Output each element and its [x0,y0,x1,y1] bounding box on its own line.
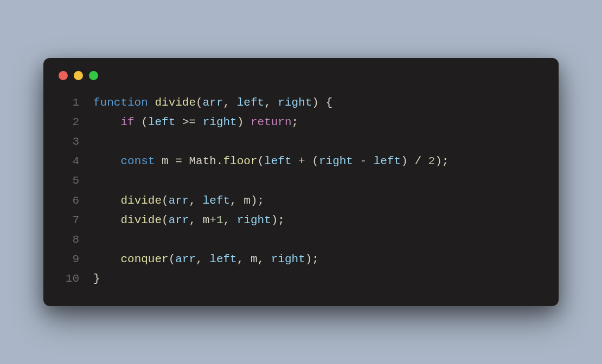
code-content: const m = Math.floor(left + (right - lef… [93,152,449,171]
code-token: 1 [216,214,223,226]
code-token: , m); [230,194,264,207]
code-token: floor [223,155,257,167]
code-token: left [264,155,291,167]
code-token: ); [435,155,449,167]
code-token: } [93,272,100,285]
code-token: ) / [401,155,428,167]
code-token: ); [305,253,319,265]
code-token: , [196,253,209,265]
code-token: ( [162,214,169,226]
code-line: 5 [59,171,543,191]
code-token: divide [120,194,162,207]
code-line: 3 [59,132,543,152]
code-token: left [203,194,230,207]
code-token: , m, [237,253,271,265]
line-number: 4 [59,152,79,171]
code-token: ( [135,116,148,128]
code-token [93,253,120,265]
code-token: ( [169,253,176,265]
line-number: 5 [59,171,79,191]
code-token [93,116,120,128]
code-token [93,194,120,207]
code-token: m = Math. [155,155,223,167]
code-content: conquer(arr, left, m, right); [93,250,319,269]
code-token: + ( [292,155,319,167]
close-icon[interactable] [59,71,68,80]
code-token: left [148,116,175,128]
code-content: divide(arr, left, m); [93,191,264,211]
code-window: 1function divide(arr, left, right) {2 if… [43,58,559,306]
code-token: ( [257,155,264,167]
code-token: - [353,155,374,167]
zoom-icon[interactable] [89,71,98,80]
code-content: } [93,269,100,289]
code-content: if (left >= right) return; [93,113,298,132]
code-token: ) [237,116,251,128]
code-token: 2 [428,155,436,167]
line-number: 10 [59,269,79,289]
code-token: return [251,116,292,128]
line-number: 7 [59,211,79,230]
code-token: ); [271,214,285,226]
code-token: ( [196,96,203,109]
code-token: left [374,155,401,167]
code-token: right [237,214,271,226]
code-token [148,96,155,109]
code-token: >= [175,116,202,128]
code-token: left [237,96,264,109]
code-token: ( [162,194,169,207]
code-token: ) { [312,96,332,109]
line-number: 1 [59,93,79,113]
code-token: if [120,116,134,128]
code-token: , [223,214,237,226]
code-line: 6 divide(arr, left, m); [59,191,543,211]
minimize-icon[interactable] [74,71,83,80]
line-number: 2 [59,113,79,132]
code-token: divide [155,96,196,109]
code-content [93,132,100,152]
code-editor: 1function divide(arr, left, right) {2 if… [59,93,543,289]
code-content [93,230,100,250]
line-number: 6 [59,191,79,211]
code-token: arr [169,214,189,226]
window-titlebar [59,71,543,80]
code-content [93,171,100,191]
code-token: divide [120,214,162,226]
code-token [93,155,120,167]
line-number: 3 [59,132,79,152]
code-token: arr [175,253,196,265]
code-token: , [189,194,202,207]
code-line: 7 divide(arr, m+1, right); [59,211,543,230]
code-token: arr [169,194,189,207]
code-token: const [120,155,155,167]
code-token: right [203,116,237,128]
code-token: right [271,253,305,265]
code-line: 2 if (left >= right) return; [59,113,543,132]
code-token: , [264,96,278,109]
code-line: 8 [59,230,543,250]
code-token: right [278,96,312,109]
code-line: 1function divide(arr, left, right) { [59,93,543,113]
code-token: arr [203,96,223,109]
code-token: right [319,155,353,167]
code-token: , [223,96,236,109]
line-number: 9 [59,250,79,269]
code-line: 9 conquer(arr, left, m, right); [59,250,543,269]
line-number: 8 [59,230,79,250]
code-token: conquer [120,253,168,265]
code-token [93,214,120,226]
code-token: left [209,253,236,265]
code-token: ; [292,116,299,128]
code-content: divide(arr, m+1, right); [93,211,285,230]
code-content: function divide(arr, left, right) { [93,93,332,113]
code-token: function [93,96,148,109]
code-line: 10} [59,269,543,289]
code-line: 4 const m = Math.floor(left + (right - l… [59,152,543,171]
code-token: , m+ [189,214,216,226]
